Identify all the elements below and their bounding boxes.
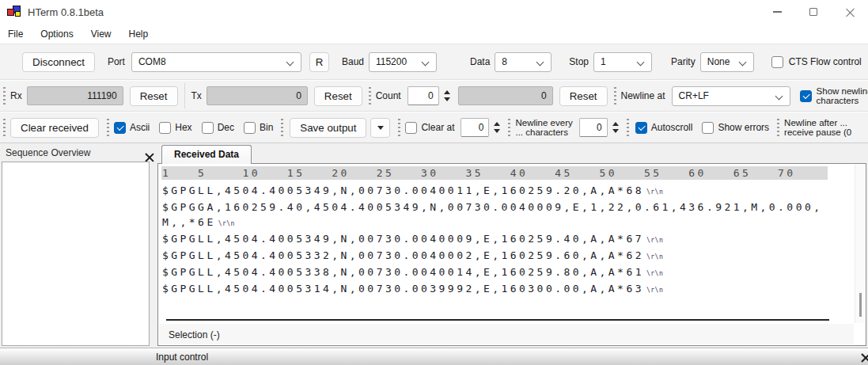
show-newline-checkbox[interactable]: [800, 90, 812, 102]
data-line-text: $GPGLL,4504.4005349,N,00730.0040009,E,16…: [162, 233, 644, 245]
port-rescan-button[interactable]: R: [309, 52, 329, 72]
drag-handle[interactable]: [3, 87, 6, 105]
app-logo-icon: [7, 6, 21, 18]
drag-handle[interactable]: [3, 119, 6, 136]
count-label: Count: [376, 90, 401, 101]
menu-bar: File Options View Help: [0, 24, 868, 44]
vertical-scrollbar-thumb[interactable]: [859, 293, 862, 317]
separator: [184, 83, 185, 108]
vertical-scrollbar[interactable]: [855, 165, 865, 323]
clear-at-checkbox[interactable]: [405, 122, 417, 134]
data-lines: $GPGLL,4504.4005349,N,00730.0040011,E,16…: [162, 183, 850, 298]
sequence-overview-title: Sequence Overview: [6, 147, 90, 158]
data-line-text: $GPGGA,160259.40,4504.4005349,N,00730.00…: [162, 201, 822, 213]
main-area: Sequence Overview Received Data 1 5 10 1…: [0, 143, 868, 348]
autoscroll-checkbox[interactable]: [635, 122, 647, 134]
data-line: $GPGLL,4504.4005314,N,00730.0039992,E,16…: [162, 281, 850, 298]
show-newline-label: Show newline characters: [817, 86, 868, 106]
ascii-checkbox[interactable]: [114, 122, 126, 134]
data-line-text: M,,*6E: [162, 216, 216, 228]
count-spinner[interactable]: 0: [407, 86, 439, 105]
clear-at-spinner-arrows[interactable]: [494, 122, 500, 133]
input-control-bar: Input control: [0, 348, 868, 365]
dec-checkbox[interactable]: [202, 122, 214, 134]
newline-characters: \r\n: [646, 188, 663, 196]
spin-down-icon: [494, 129, 500, 133]
data-line: $GPGLL,4504.4005349,N,00730.0040011,E,16…: [162, 183, 850, 200]
hex-label: Hex: [175, 122, 191, 133]
clear-at-spinner[interactable]: 0: [461, 118, 489, 137]
drag-handle[interactable]: [627, 119, 629, 136]
tab-received-data[interactable]: Received Data: [161, 145, 252, 164]
close-icon: [846, 8, 855, 17]
drag-handle[interactable]: [369, 87, 371, 105]
sequence-overview-body[interactable]: [2, 162, 150, 346]
menu-help[interactable]: Help: [120, 24, 157, 44]
port-select[interactable]: COM8: [131, 52, 301, 72]
cts-flow-label: CTS Flow control: [789, 56, 862, 67]
port-label: Port: [108, 56, 125, 67]
bin-checkbox[interactable]: [244, 122, 256, 134]
newline-after-pause-label: Newline after ... receive pause (0: [784, 118, 851, 138]
tab-bar: Received Data: [155, 143, 868, 163]
spin-up-icon: [494, 122, 500, 126]
tx-reset-button[interactable]: Reset: [314, 86, 362, 106]
drag-handle[interactable]: [398, 119, 400, 136]
save-output-button[interactable]: Save output: [290, 118, 366, 138]
window-title: HTerm 0.8.1beta: [28, 6, 104, 18]
clear-at-label: Clear at: [421, 122, 454, 133]
show-errors-checkbox[interactable]: [702, 122, 714, 134]
drag-handle[interactable]: [281, 119, 283, 136]
newline-at-select[interactable]: CR+LF: [672, 86, 790, 106]
count-field: 0: [458, 86, 553, 105]
clear-received-button[interactable]: Clear received: [10, 118, 99, 138]
data-line-text: $GPGLL,4504.4005314,N,00730.0039992,E,16…: [162, 283, 644, 295]
rx-count-field: 111190: [27, 86, 123, 105]
drag-handle[interactable]: [614, 87, 616, 105]
newline-every-spinner-arrows[interactable]: [612, 122, 619, 133]
drag-handle[interactable]: [107, 119, 109, 136]
counter-toolbar: Rx 111190 Reset Tx 0 Reset Count 0 0 Res…: [0, 81, 868, 112]
rx-reset-button[interactable]: Reset: [130, 86, 178, 106]
menu-options[interactable]: Options: [32, 24, 81, 44]
sequence-overview-header: Sequence Overview: [0, 143, 150, 162]
newline-every-spinner[interactable]: 0: [579, 118, 608, 137]
ascii-label: Ascii: [130, 122, 150, 133]
parity-select[interactable]: None: [700, 52, 754, 72]
count-spinner-arrows[interactable]: [444, 90, 450, 101]
data-line-text: $GPGLL,4504.4005349,N,00730.0040011,E,16…: [162, 184, 644, 196]
autoscroll-label: Autoscroll: [651, 122, 693, 133]
rx-label: Rx: [10, 90, 22, 101]
connection-toolbar: Disconnect Port COM8 R Baud 115200 Data …: [0, 44, 868, 80]
spin-up-icon: [612, 122, 619, 126]
received-data-view: 1 5 10 15 20 25 30 35 40 45 50 55 60 65 …: [157, 163, 866, 346]
data-bits-select[interactable]: 8: [495, 52, 552, 72]
data-line: $GPGGA,160259.40,4504.4005349,N,00730.00…: [162, 200, 850, 215]
receive-toolbar: Clear received Ascii Hex Dec Bin Save ou…: [0, 112, 868, 143]
data-line: $GPGLL,4504.4005338,N,00730.0040014,E,16…: [162, 264, 850, 281]
column-ruler: 1 5 10 15 20 25 30 35 40 45 50 55 60 65 …: [161, 166, 828, 180]
spin-down-icon: [444, 97, 450, 101]
disconnect-button[interactable]: Disconnect: [22, 52, 95, 72]
data-line-text: $GPGLL,4504.4005332,N,00730.0040002,E,16…: [162, 249, 644, 261]
save-output-dropdown-button[interactable]: [370, 118, 390, 138]
cts-flow-checkbox[interactable]: [771, 56, 783, 68]
maximize-button[interactable]: [795, 0, 832, 24]
logo-red-square: [7, 9, 14, 16]
drag-handle[interactable]: [508, 119, 510, 136]
horizontal-scrollbar[interactable]: [166, 319, 829, 321]
close-button[interactable]: [832, 0, 868, 24]
baud-select[interactable]: 115200: [369, 52, 437, 72]
hex-checkbox[interactable]: [159, 122, 171, 134]
spin-up-icon: [444, 90, 450, 94]
menu-file[interactable]: File: [8, 24, 32, 44]
count-reset-button[interactable]: Reset: [559, 86, 608, 106]
drag-handle[interactable]: [777, 119, 779, 136]
data-line: $GPGLL,4504.4005332,N,00730.0040002,E,16…: [162, 248, 850, 264]
stop-bits-select[interactable]: 1: [593, 52, 652, 72]
menu-view[interactable]: View: [82, 24, 120, 44]
stop-bits-label: Stop: [569, 56, 589, 67]
minimize-button[interactable]: [759, 0, 795, 24]
bin-label: Bin: [260, 122, 273, 133]
title-bar: HTerm 0.8.1beta: [0, 0, 868, 24]
